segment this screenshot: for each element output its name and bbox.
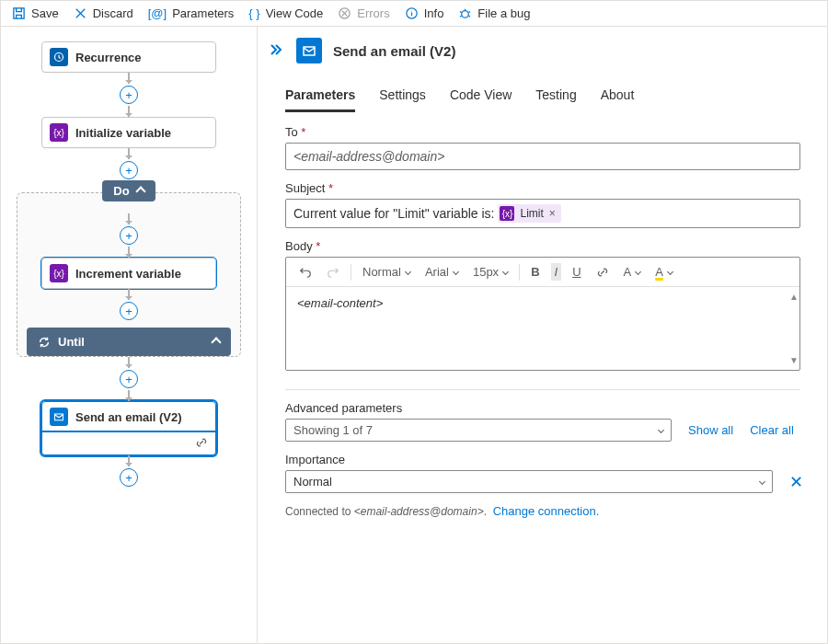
add-step-button[interactable]: +	[120, 370, 138, 388]
style-select[interactable]: Normal	[359, 263, 414, 281]
underline-button[interactable]: U	[569, 263, 584, 281]
details-panel: Send an email (V2) Parameters Settings C…	[257, 27, 827, 643]
errors-button: Errors	[338, 6, 389, 20]
info-button[interactable]: Info	[405, 6, 444, 20]
parameters-button[interactable]: [@] Parameters	[148, 6, 235, 20]
connector	[128, 390, 130, 401]
node-recurrence[interactable]: Recurrence	[41, 41, 216, 73]
remove-token-button[interactable]: ×	[549, 207, 556, 220]
viewcode-button[interactable]: { } View Code	[248, 6, 323, 20]
tab-codeview[interactable]: Code View	[450, 82, 512, 112]
node-init-variable[interactable]: {x} Initialize variable	[41, 117, 216, 148]
add-step-button[interactable]: +	[120, 302, 138, 320]
connector	[128, 73, 130, 84]
svg-point-3	[462, 11, 469, 18]
variable-icon: {x}	[500, 206, 514, 221]
panel-title: Send an email (V2)	[333, 43, 455, 59]
editor-scrollbar[interactable]: ▲▼	[789, 292, 797, 365]
link-icon	[195, 436, 215, 452]
highlight-button[interactable]: A	[651, 263, 676, 281]
connector	[128, 357, 130, 368]
svg-rect-0	[14, 8, 24, 18]
discard-button[interactable]: Discard	[74, 6, 133, 20]
chevron-up-icon	[211, 337, 221, 347]
loop-icon	[38, 336, 51, 349]
add-step-button[interactable]: +	[120, 226, 138, 245]
panel-tabs: Parameters Settings Code View Testing Ab…	[258, 71, 827, 112]
node-send-email-connection[interactable]	[41, 432, 216, 455]
show-all-link[interactable]: Show all	[688, 423, 733, 437]
close-icon	[74, 6, 87, 20]
tab-about[interactable]: About	[601, 82, 635, 112]
connector	[128, 455, 130, 466]
node-send-email[interactable]: Send an email (V2)	[41, 401, 216, 432]
variable-token-limit[interactable]: {x} Limit ×	[498, 204, 560, 223]
loop-until-footer[interactable]: Until	[27, 328, 231, 356]
remove-param-button[interactable]: ✕	[789, 472, 803, 492]
bug-icon	[458, 6, 472, 20]
braces-icon: { }	[248, 6, 259, 20]
bug-button[interactable]: File a bug	[458, 6, 530, 20]
outlook-icon	[50, 408, 68, 426]
clock-icon	[50, 48, 68, 66]
outlook-icon	[296, 38, 322, 63]
font-color-button[interactable]: A	[620, 263, 645, 281]
subject-label: Subject *	[285, 181, 812, 195]
save-button[interactable]: Save	[12, 6, 59, 20]
connector	[128, 247, 130, 258]
chevron-down-icon	[759, 478, 765, 485]
connector	[128, 148, 130, 159]
to-label: To *	[285, 125, 812, 139]
info-icon	[405, 6, 419, 20]
toolbar: Save Discard [@] Parameters { } View Cod…	[1, 1, 827, 27]
redo-button	[323, 264, 343, 281]
loop-do-header[interactable]: Do	[102, 180, 155, 201]
collapse-panel-button[interactable]	[270, 42, 285, 60]
connector	[128, 106, 130, 117]
editor-toolbar: Normal Arial 15px B I U A A	[286, 258, 799, 287]
clear-all-link[interactable]: Clear all	[750, 423, 794, 437]
body-textarea[interactable]: <email-content> ▲▼	[286, 287, 799, 370]
variable-icon: {x}	[50, 264, 68, 282]
chevron-down-icon	[658, 427, 664, 433]
tab-testing[interactable]: Testing	[535, 82, 576, 112]
link-button[interactable]	[592, 264, 613, 281]
to-input[interactable]: <email-address@domain>	[285, 143, 800, 170]
undo-button[interactable]	[295, 264, 316, 281]
divider	[285, 389, 800, 390]
body-editor: Normal Arial 15px B I U A A <ema	[285, 257, 800, 371]
change-connection-link[interactable]: Change connection.	[493, 504, 600, 518]
fontsize-select[interactable]: 15px	[469, 263, 512, 281]
add-step-button[interactable]: +	[120, 161, 138, 179]
until-loop[interactable]: Do + {x} Increment variable + Until	[17, 192, 241, 357]
font-select[interactable]: Arial	[421, 263, 462, 281]
advanced-params-select[interactable]: Showing 1 of 7	[285, 419, 672, 442]
subject-input[interactable]: Current value for "Limit" variable is: {…	[285, 199, 800, 228]
connector	[128, 289, 130, 300]
importance-label: Importance	[285, 453, 812, 466]
at-icon: [@]	[148, 6, 167, 20]
tab-parameters[interactable]: Parameters	[285, 82, 355, 112]
variable-icon: {x}	[50, 123, 68, 142]
advanced-label: Advanced parameters	[285, 401, 812, 415]
add-step-button[interactable]: +	[120, 86, 138, 104]
connection-info: Connected to <email-address@domain>. Cha…	[285, 504, 812, 518]
importance-select[interactable]: Normal	[285, 470, 773, 493]
node-increment-variable[interactable]: {x} Increment variable	[41, 258, 216, 289]
tab-settings[interactable]: Settings	[379, 82, 426, 112]
add-step-button[interactable]: +	[120, 468, 138, 487]
connector	[128, 213, 130, 224]
designer-canvas[interactable]: Recurrence + {x} Initialize variable + D…	[1, 27, 257, 643]
italic-button[interactable]: I	[551, 263, 562, 281]
error-icon	[338, 6, 351, 20]
body-label: Body *	[285, 239, 812, 253]
save-icon	[12, 6, 26, 20]
chevron-up-icon	[135, 186, 145, 196]
bold-button[interactable]: B	[527, 263, 543, 281]
